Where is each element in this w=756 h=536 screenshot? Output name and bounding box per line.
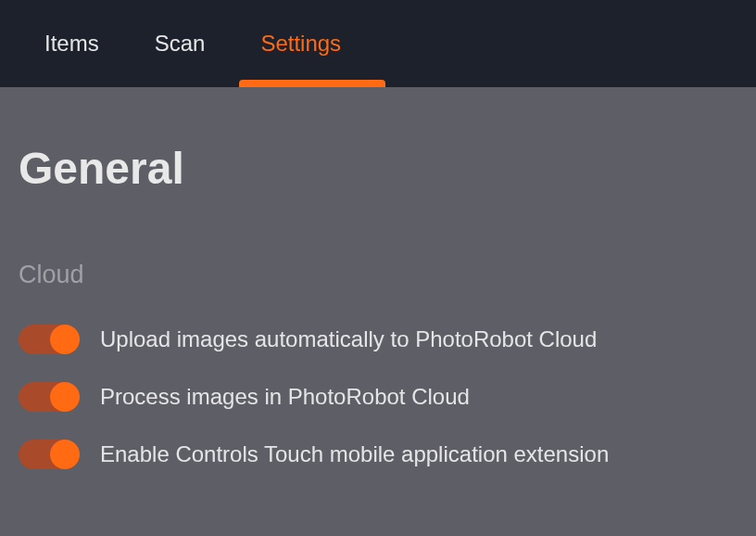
header-tabs: Items Scan Settings [0, 0, 756, 87]
content-area: General Cloud Upload images automaticall… [0, 87, 756, 469]
toggle-controls-touch[interactable] [19, 440, 80, 469]
toggle-upload-images[interactable] [19, 325, 80, 354]
toggle-row-upload: Upload images automatically to PhotoRobo… [19, 325, 737, 354]
toggle-label-controls-touch: Enable Controls Touch mobile application… [100, 441, 609, 467]
toggle-knob [50, 382, 80, 412]
tab-indicator [239, 80, 385, 87]
tab-items[interactable]: Items [41, 31, 103, 57]
tab-settings[interactable]: Settings [257, 31, 345, 57]
toggle-label-process: Process images in PhotoRobot Cloud [100, 384, 470, 410]
cloud-section-title: Cloud [19, 261, 737, 289]
tab-scan[interactable]: Scan [151, 31, 209, 57]
toggle-knob [50, 440, 80, 469]
page-title: General [19, 143, 737, 194]
toggle-row-controls-touch: Enable Controls Touch mobile application… [19, 440, 737, 469]
toggle-row-process: Process images in PhotoRobot Cloud [19, 382, 737, 412]
toggle-process-images[interactable] [19, 382, 80, 412]
toggle-knob [50, 325, 80, 354]
toggle-label-upload: Upload images automatically to PhotoRobo… [100, 326, 597, 352]
